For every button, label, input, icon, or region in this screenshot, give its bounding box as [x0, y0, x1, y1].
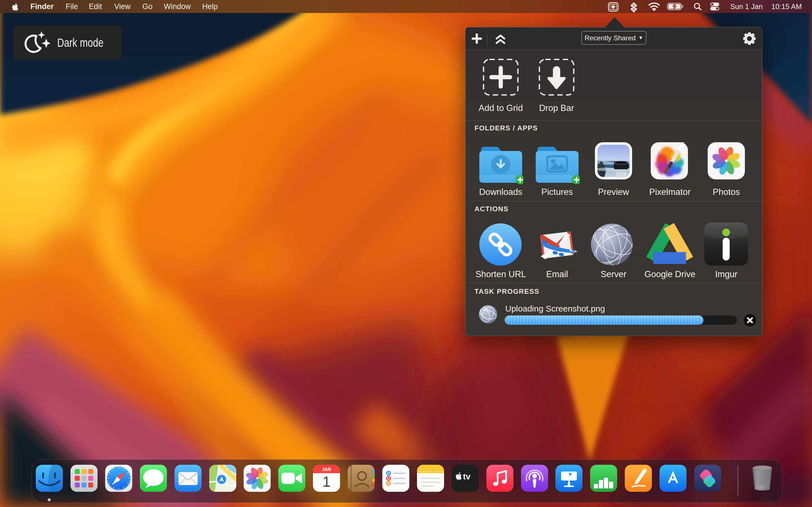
- svg-text:1: 1: [322, 473, 331, 490]
- svg-text:tv: tv: [463, 472, 470, 481]
- svg-text:JAN: JAN: [322, 467, 331, 472]
